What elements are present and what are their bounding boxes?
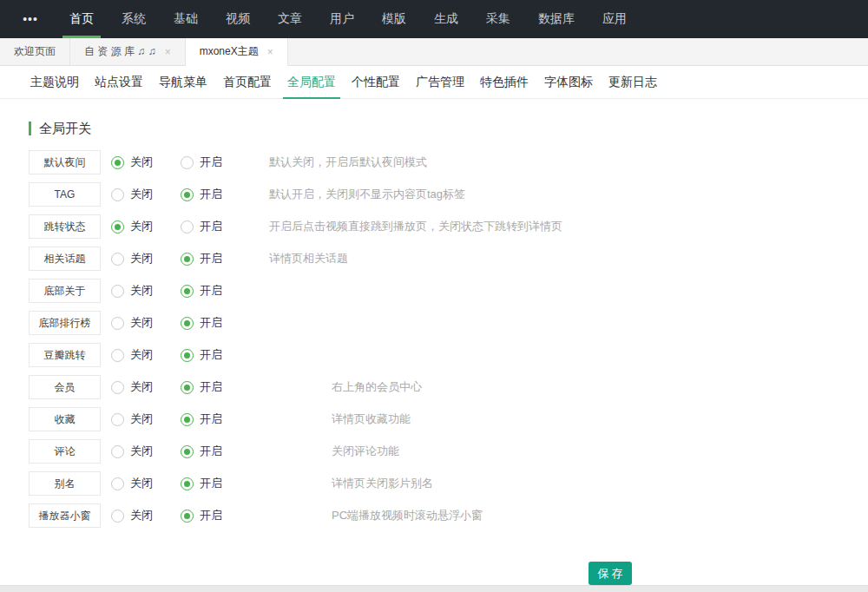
setting-label-box: 收藏 [29, 407, 101, 431]
more-menu-icon[interactable]: ••• [16, 0, 45, 38]
radio-off[interactable]: 关闭 [111, 283, 170, 299]
close-icon[interactable]: × [267, 46, 273, 58]
radio-on-icon [181, 253, 194, 266]
subtab-2[interactable]: 导航菜单 [151, 66, 215, 98]
window-tab-2[interactable]: mxoneX主题 × [186, 38, 288, 66]
radio-on-label: 开启 [200, 155, 222, 170]
window-tab-1[interactable]: 自 资 源 库 ♫ ♫ × [70, 38, 186, 65]
setting-row: 收藏 关闭 开启 详情页收藏功能 [29, 407, 868, 431]
subtab-label: 主题说明 [30, 75, 79, 90]
radio-off[interactable]: 关闭 [111, 315, 170, 331]
radio-off[interactable]: 关闭 [111, 444, 170, 459]
topnav-item-10[interactable]: 应用 [589, 0, 641, 38]
radio-off[interactable]: 关闭 [111, 219, 170, 234]
radio-off-label: 关闭 [130, 187, 153, 202]
setting-label-box: 跳转状态 [29, 214, 101, 239]
radio-off[interactable]: 关闭 [111, 187, 170, 202]
setting-row: 播放器小窗 关闭 开启 PC端播放视频时滚动悬浮小窗 [29, 503, 868, 528]
topnav-item-1[interactable]: 系统 [108, 0, 160, 38]
window-tabstrip: 欢迎页面 自 资 源 库 ♫ ♫ × mxoneX主题 × [0, 38, 868, 66]
setting-label-box: 豆瓣跳转 [29, 343, 101, 367]
radio-off-label: 关闭 [130, 219, 153, 234]
settings-rows: 默认夜间 关闭 开启 默认关闭，开启后默认夜间模式 TAG 关闭 开启 默认开启… [29, 150, 868, 528]
setting-description: 详情页相关话题 [269, 251, 348, 266]
radio-off[interactable]: 关闭 [111, 508, 170, 523]
window-tab-0[interactable]: 欢迎页面 [0, 38, 70, 65]
radio-on-label: 开启 [200, 283, 222, 299]
subtab-4[interactable]: 全局配置 [279, 66, 344, 98]
radio-off-label: 关闭 [130, 315, 153, 331]
radio-on[interactable]: 开启 [181, 476, 240, 491]
setting-label-box: 底部排行榜 [29, 311, 101, 335]
topnav-item-label: 用户 [330, 11, 354, 27]
radio-on[interactable]: 开启 [181, 187, 240, 202]
radio-on[interactable]: 开启 [181, 219, 240, 234]
radio-off-label: 关闭 [130, 379, 153, 395]
radio-on-icon [181, 156, 194, 169]
radio-on-icon [181, 285, 194, 298]
radio-on-label: 开启 [200, 187, 222, 202]
topnav-item-6[interactable]: 模版 [368, 0, 420, 38]
setting-description: 默认开启，关闭则不显示内容页tag标签 [269, 187, 465, 202]
radio-on-label: 开启 [200, 411, 222, 427]
radio-on-icon [181, 317, 194, 330]
setting-row: 底部关于 关闭 开启 [29, 279, 868, 303]
setting-row: 相关话题 关闭 开启 详情页相关话题 [29, 247, 868, 271]
topnav-item-0[interactable]: 首页 [56, 0, 108, 38]
radio-off-icon [111, 445, 124, 458]
topnav-item-9[interactable]: 数据库 [524, 0, 589, 38]
subtab-9[interactable]: 更新日志 [601, 66, 665, 98]
subtab-label: 全局配置 [287, 75, 336, 90]
radio-on[interactable]: 开启 [181, 155, 240, 170]
radio-off[interactable]: 关闭 [111, 476, 170, 491]
window-tab-label: 自 资 源 库 ♫ ♫ [84, 44, 156, 59]
radio-off[interactable]: 关闭 [111, 411, 170, 427]
setting-row: 豆瓣跳转 关闭 开启 [29, 343, 868, 367]
topnav-item-4[interactable]: 文章 [264, 0, 316, 38]
topnav-item-3[interactable]: 视频 [212, 0, 264, 38]
radio-on[interactable]: 开启 [181, 347, 240, 363]
topnav-item-label: 视频 [226, 11, 250, 27]
radio-on[interactable]: 开启 [181, 411, 240, 427]
subtab-8[interactable]: 字体图标 [536, 66, 601, 98]
radio-on-label: 开启 [200, 347, 222, 363]
setting-label-box: 会员 [29, 375, 101, 399]
radio-off-label: 关闭 [130, 283, 153, 299]
setting-description: 详情页收藏功能 [332, 411, 411, 427]
setting-label-box: TAG [29, 182, 101, 207]
radio-off-icon [111, 510, 124, 523]
radio-on[interactable]: 开启 [181, 444, 240, 459]
subtab-1[interactable]: 站点设置 [87, 66, 151, 98]
subtab-3[interactable]: 首页配置 [215, 66, 279, 98]
subtab-7[interactable]: 特色插件 [472, 66, 536, 98]
close-icon[interactable]: × [165, 46, 171, 58]
setting-row: 默认夜间 关闭 开启 默认关闭，开启后默认夜间模式 [29, 150, 868, 174]
radio-off[interactable]: 关闭 [111, 347, 170, 363]
radio-off-label: 关闭 [130, 411, 153, 427]
radio-on[interactable]: 开启 [181, 315, 240, 331]
radio-on[interactable]: 开启 [181, 379, 240, 395]
setting-description: PC端播放视频时滚动悬浮小窗 [332, 508, 483, 523]
radio-on-label: 开启 [200, 315, 222, 331]
topnav-item-8[interactable]: 采集 [472, 0, 524, 38]
setting-label-box: 播放器小窗 [29, 503, 101, 528]
save-button[interactable]: 保存 [589, 562, 632, 585]
topnav-item-7[interactable]: 生成 [420, 0, 472, 38]
subtab-6[interactable]: 广告管理 [408, 66, 472, 98]
radio-on[interactable]: 开启 [181, 251, 240, 266]
radio-on[interactable]: 开启 [181, 283, 240, 299]
radio-on[interactable]: 开启 [181, 508, 240, 523]
subtab-label: 首页配置 [223, 75, 272, 90]
radio-off[interactable]: 关闭 [111, 251, 170, 266]
subtab-label: 字体图标 [544, 75, 593, 90]
radio-off-label: 关闭 [130, 508, 153, 523]
subtab-5[interactable]: 个性配置 [344, 66, 408, 98]
radio-off[interactable]: 关闭 [111, 155, 170, 170]
setting-row: 评论 关闭 开启 关闭评论功能 [29, 439, 868, 464]
radio-off-icon [111, 477, 124, 490]
radio-off[interactable]: 关闭 [111, 379, 170, 395]
topnav-item-5[interactable]: 用户 [316, 0, 368, 38]
topnav-item-2[interactable]: 基础 [160, 0, 212, 38]
subtab-0[interactable]: 主题说明 [23, 66, 87, 98]
radio-on-icon [181, 188, 194, 201]
